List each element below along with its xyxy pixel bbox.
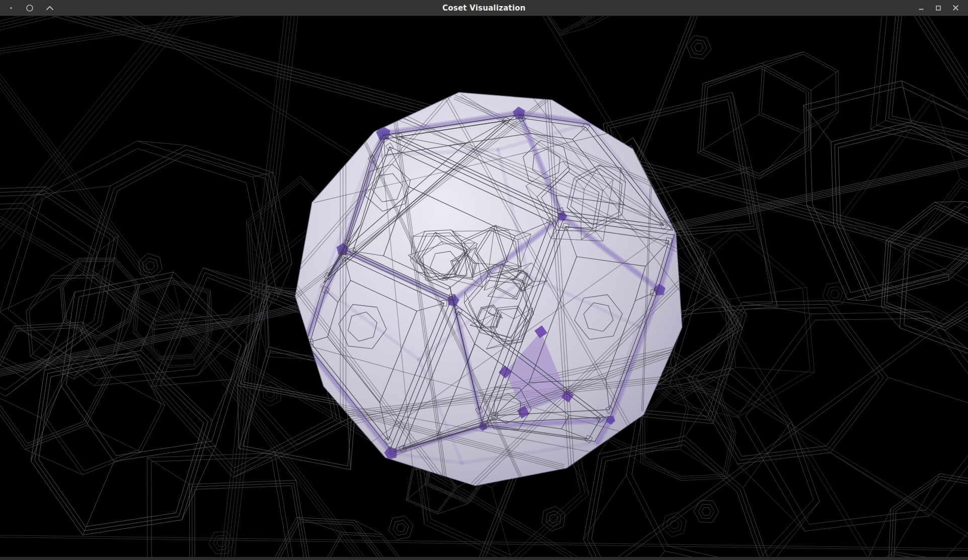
close-icon: [952, 5, 959, 11]
app-window: Coset Visualization: [0, 0, 968, 560]
window-title: Coset Visualization: [442, 4, 525, 13]
maximize-icon: [935, 5, 941, 11]
viewport-3d[interactable]: [0, 16, 968, 557]
titlebar-circle-button[interactable]: [22, 2, 37, 15]
window-bottom-border: [0, 557, 968, 560]
titlebar-expand-button[interactable]: [42, 2, 57, 15]
scene-3d-canvas[interactable]: [0, 16, 968, 557]
dot-icon: [9, 6, 13, 10]
close-button[interactable]: [948, 2, 963, 15]
minimize-button[interactable]: [914, 2, 929, 15]
minimize-icon: [918, 5, 924, 11]
titlebar-right-controls: [914, 2, 963, 15]
titlebar-dot-button[interactable]: [5, 2, 17, 15]
maximize-button[interactable]: [931, 2, 946, 15]
circle-icon: [26, 4, 34, 12]
chevron-up-icon: [46, 6, 54, 11]
titlebar-left-controls: [5, 2, 57, 15]
title-bar[interactable]: Coset Visualization: [0, 0, 968, 16]
